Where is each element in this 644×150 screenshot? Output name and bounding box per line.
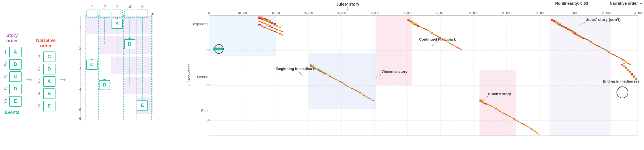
svg-rect-130 <box>316 69 318 70</box>
x-tick-10k: 10,000 <box>237 11 247 15</box>
narrative-item-2: 2 D <box>36 63 55 75</box>
svg-rect-154 <box>445 40 447 41</box>
svg-rect-83 <box>268 29 271 30</box>
svg-rect-138 <box>413 22 415 24</box>
svg-rect-101 <box>323 72 325 73</box>
diagram-panel: 1 2 3 4 5 1 2 3 4 5 <box>72 0 159 150</box>
svg-rect-75 <box>274 28 276 29</box>
teal-bar <box>213 48 223 50</box>
svg-rect-139 <box>415 24 417 25</box>
svg-rect-252 <box>561 26 563 27</box>
arrow-icon-2: → <box>58 74 67 85</box>
svg-rect-88 <box>281 34 283 36</box>
svg-rect-184 <box>509 116 511 117</box>
svg-rect-145 <box>427 30 429 31</box>
svg-rect-267 <box>625 67 627 68</box>
svg-rect-120 <box>361 93 363 95</box>
svg-rect-246 <box>629 64 631 65</box>
svg-rect-260 <box>576 35 578 36</box>
svg-rect-57 <box>261 19 263 20</box>
narrative-box-E: E <box>43 101 55 111</box>
svg-rect-264 <box>621 64 623 65</box>
svg-rect-151 <box>439 37 441 38</box>
story-num-2: 2 <box>3 59 8 70</box>
svg-rect-210 <box>559 24 561 25</box>
x-tick-120k: 120,000 <box>600 11 611 15</box>
svg-rect-112 <box>345 85 347 86</box>
svg-rect-193 <box>527 126 529 127</box>
svg-marker-3 <box>79 118 82 121</box>
svg-rect-167 <box>415 25 417 26</box>
svg-rect-62 <box>274 24 276 25</box>
svg-rect-179 <box>499 111 501 112</box>
svg-rect-229 <box>596 45 598 46</box>
y-tick-96: 96 <box>207 118 210 121</box>
y-label-middle: Middle <box>197 75 208 79</box>
svg-rect-115 <box>351 88 353 89</box>
svg-rect-270 <box>627 70 629 71</box>
svg-rect-122 <box>365 96 367 97</box>
svg-rect-250 <box>557 24 559 25</box>
x-tick-80k: 80,000 <box>469 11 478 15</box>
svg-rect-204 <box>536 133 538 134</box>
narrative-item-5: 5 E <box>36 100 55 112</box>
svg-rect-245 <box>627 63 629 64</box>
svg-rect-261 <box>578 36 580 37</box>
svg-rect-203 <box>538 141 540 144</box>
svg-rect-164 <box>409 21 411 22</box>
svg-rect-119 <box>359 92 361 93</box>
svg-rect-94 <box>310 64 312 65</box>
col-header-3: 3 <box>116 4 119 9</box>
svg-rect-109 <box>339 81 341 82</box>
svg-rect-182 <box>505 114 507 115</box>
svg-rect-96 <box>314 67 316 68</box>
svg-rect-95 <box>312 65 314 67</box>
circle-annotation-2 <box>617 87 628 98</box>
svg-rect-97 <box>316 68 318 69</box>
svg-rect-80 <box>261 25 263 27</box>
svg-rect-243 <box>624 60 626 62</box>
svg-rect-49 <box>258 17 261 18</box>
svg-rect-171 <box>483 102 485 103</box>
svg-rect-196 <box>532 130 534 131</box>
svg-rect-232 <box>602 48 604 49</box>
svg-rect-144 <box>425 29 427 30</box>
svg-rect-268 <box>625 68 627 69</box>
svg-rect-191 <box>523 124 525 125</box>
svg-rect-209 <box>557 22 559 24</box>
svg-rect-104 <box>329 76 331 77</box>
story-num-3: 3 <box>3 71 8 82</box>
svg-rect-161 <box>458 48 460 49</box>
y-label-end: End <box>201 109 208 113</box>
story-num-5: 5 <box>3 96 8 107</box>
svg-rect-215 <box>569 29 571 30</box>
svg-rect-251 <box>559 25 561 26</box>
x-tick-40k: 40,000 <box>337 11 346 15</box>
svg-rect-69 <box>258 21 261 22</box>
svg-rect-136 <box>409 20 411 21</box>
svg-rect-86 <box>276 32 278 33</box>
narrative-box-D: D <box>43 64 55 74</box>
left-panel: Storyorder 1 A 2 B 3 C 4 D 5 E Event <box>0 0 185 150</box>
x-tick-60k: 60,000 <box>403 11 412 15</box>
vincents-story-label: Vincent's story <box>381 69 407 74</box>
col-header-5: 5 <box>141 4 144 9</box>
diagram-svg: 1 2 3 4 5 1 2 3 4 5 <box>72 0 159 150</box>
svg-rect-116 <box>353 89 355 90</box>
event-box-C: C <box>9 71 22 82</box>
svg-rect-147 <box>431 32 433 34</box>
svg-rect-240 <box>618 57 620 58</box>
svg-rect-220 <box>578 35 580 36</box>
arrow-2: → <box>58 74 67 85</box>
story-order-column: Storyorder 1 A 2 B 3 C 4 D 5 E Event <box>3 33 22 117</box>
diagram-label-A: A <box>115 21 119 26</box>
svg-rect-155 <box>447 41 449 43</box>
svg-rect-64 <box>279 27 281 28</box>
narrative-order-column: Narrativeorder 1 C 2 D 3 A 4 B 5 E <box>36 38 55 112</box>
story-item-3: 3 C <box>3 71 22 83</box>
narrative-num-3: 3 <box>36 76 42 87</box>
ending-medias-label: Ending in medias res <box>603 79 640 83</box>
svg-rect-265 <box>623 63 625 64</box>
svg-rect-56 <box>258 18 261 19</box>
svg-line-90 <box>432 41 437 46</box>
